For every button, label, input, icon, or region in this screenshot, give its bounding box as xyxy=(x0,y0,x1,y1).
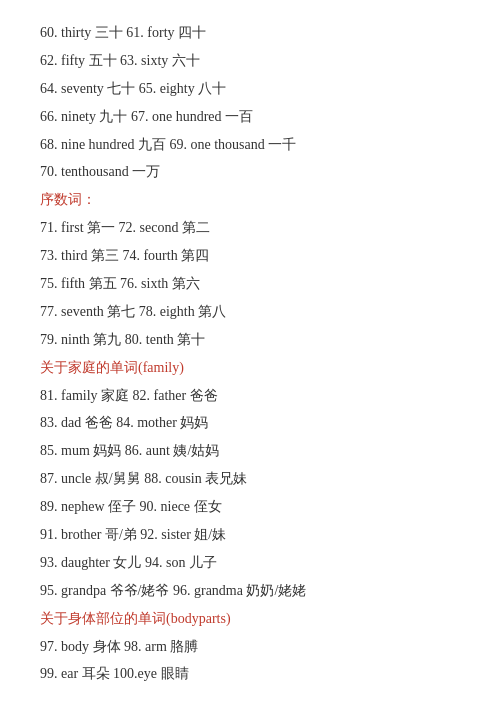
vocabulary-line-9: 73. third 第三 74. fourth 第四 xyxy=(40,243,460,269)
vocabulary-line-16: 85. mum 妈妈 86. aunt 姨/姑妈 xyxy=(40,438,460,464)
vocabulary-line-14: 81. family 家庭 82. father 爸爸 xyxy=(40,383,460,409)
vocabulary-line-5: 68. nine hundred 九百 69. one thousand 一千 xyxy=(40,132,460,158)
vocabulary-line-24: 99. ear 耳朵 100.eye 眼睛 xyxy=(40,661,460,687)
vocabulary-list: 60. thirty 三十 61. forty 四十62. fifty 五十 6… xyxy=(40,20,460,687)
vocabulary-line-6: 70. tenthousand 一万 xyxy=(40,159,460,185)
vocabulary-line-19: 91. brother 哥/弟 92. sister 姐/妹 xyxy=(40,522,460,548)
vocabulary-line-11: 77. seventh 第七 78. eighth 第八 xyxy=(40,299,460,325)
vocabulary-line-18: 89. nephew 侄子 90. niece 侄女 xyxy=(40,494,460,520)
vocabulary-line-2: 62. fifty 五十 63. sixty 六十 xyxy=(40,48,460,74)
vocabulary-line-13: 关于家庭的单词(family) xyxy=(40,355,460,381)
vocabulary-line-17: 87. uncle 叔/舅舅 88. cousin 表兄妹 xyxy=(40,466,460,492)
vocabulary-line-7: 序数词： xyxy=(40,187,460,213)
vocabulary-line-23: 97. body 身体 98. arm 胳膊 xyxy=(40,634,460,660)
vocabulary-line-15: 83. dad 爸爸 84. mother 妈妈 xyxy=(40,410,460,436)
vocabulary-line-12: 79. ninth 第九 80. tenth 第十 xyxy=(40,327,460,353)
vocabulary-line-20: 93. daughter 女儿 94. son 儿子 xyxy=(40,550,460,576)
vocabulary-line-8: 71. first 第一 72. second 第二 xyxy=(40,215,460,241)
vocabulary-line-21: 95. grandpa 爷爷/姥爷 96. grandma 奶奶/姥姥 xyxy=(40,578,460,604)
vocabulary-line-22: 关于身体部位的单词(bodyparts) xyxy=(40,606,460,632)
vocabulary-line-10: 75. fifth 第五 76. sixth 第六 xyxy=(40,271,460,297)
vocabulary-line-1: 60. thirty 三十 61. forty 四十 xyxy=(40,20,460,46)
vocabulary-line-4: 66. ninety 九十 67. one hundred 一百 xyxy=(40,104,460,130)
vocabulary-line-3: 64. seventy 七十 65. eighty 八十 xyxy=(40,76,460,102)
